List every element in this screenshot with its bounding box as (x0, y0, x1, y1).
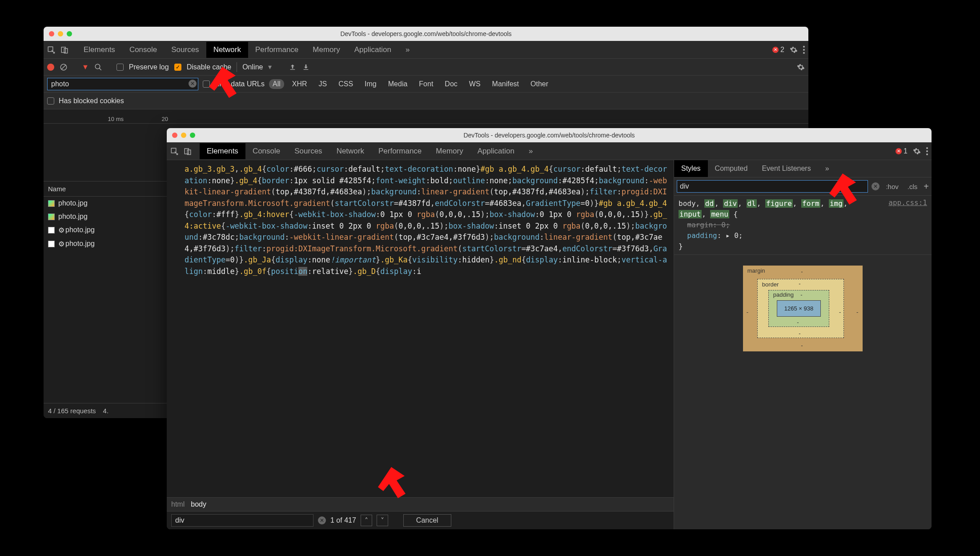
cancel-button[interactable]: Cancel (403, 514, 451, 527)
crumb-body[interactable]: body (191, 500, 206, 508)
margin-right: - (856, 309, 858, 315)
type-chip-xhr[interactable]: XHR (289, 79, 311, 89)
box-model-margin[interactable]: margin - - - - border - - - padding - - (743, 266, 863, 351)
decl-margin: margin: 0; (687, 221, 730, 229)
settings-icon[interactable] (790, 46, 798, 54)
has-blocked-cookies-label: Has blocked cookies (59, 97, 124, 105)
settings-icon[interactable] (913, 147, 921, 155)
styles-tab-listeners[interactable]: Event Listeners (755, 160, 818, 177)
search-icon[interactable] (94, 63, 102, 71)
filter-input[interactable] (47, 78, 198, 90)
devtools-window-elements: DevTools - developers.google.com/web/too… (167, 128, 932, 529)
upload-icon[interactable] (289, 63, 297, 71)
box-model-border[interactable]: border - - - padding - - 1265 × 938 (757, 279, 844, 338)
filter-icon[interactable]: ▼ (82, 63, 89, 71)
styles-filter-input[interactable] (677, 180, 868, 193)
clear-icon[interactable] (60, 63, 68, 71)
find-prev-icon[interactable]: ˄ (361, 515, 372, 526)
transferred-size: 4. (103, 407, 109, 415)
type-chip-img[interactable]: Img (361, 79, 380, 89)
main-tabs: Elements Console Sources Network Perform… (76, 42, 771, 58)
tab-application[interactable]: Application (470, 143, 522, 159)
crumb-html[interactable]: html (171, 500, 185, 508)
box-model-content[interactable]: 1265 × 938 (777, 300, 821, 317)
tab-performance[interactable]: Performance (248, 42, 305, 58)
type-chip-font[interactable]: Font (415, 79, 437, 89)
hov-toggle[interactable]: :hov (883, 182, 901, 191)
tab-sources[interactable]: Sources (164, 42, 206, 58)
source-code[interactable]: a.gb_3.gb_3,.gb_4{color:#666;cursor:defa… (167, 160, 674, 497)
tab-sources[interactable]: Sources (287, 143, 329, 159)
rule-source-link[interactable]: app.css:1 (888, 198, 927, 207)
tab-network[interactable]: Network (329, 143, 371, 159)
throttling-select[interactable]: Online (242, 63, 263, 71)
find-status: 1 of 417 (330, 516, 356, 524)
box-model: margin - - - - border - - - padding - - (674, 255, 932, 369)
type-chip-doc[interactable]: Doc (441, 79, 461, 89)
tab-elements[interactable]: Elements (76, 42, 122, 58)
kebab-menu-icon[interactable] (803, 46, 805, 54)
network-toolbar: ▼ Preserve log Disable cache Online ▾ (44, 59, 808, 76)
download-icon[interactable] (302, 63, 310, 71)
padding-label: padding (773, 291, 794, 298)
chevron-down-icon[interactable]: ▾ (268, 63, 272, 71)
device-toolbar-icon[interactable] (184, 147, 192, 155)
inspect-icon[interactable] (47, 46, 55, 54)
find-bar: ✕ 1 of 417 ˄ ˅ Cancel (167, 511, 674, 529)
record-button-icon[interactable] (47, 64, 54, 71)
error-count: 2 (780, 46, 784, 54)
tabs-overflow-icon[interactable]: » (398, 42, 417, 58)
cls-toggle[interactable]: .cls (905, 182, 920, 191)
has-blocked-cookies-checkbox[interactable] (47, 97, 54, 105)
styles-tab-computed[interactable]: Computed (708, 160, 755, 177)
margin-left: - (747, 309, 748, 315)
tab-memory[interactable]: Memory (429, 143, 470, 159)
tab-console[interactable]: Console (245, 143, 287, 159)
elements-body: a.gb_3.gb_3,.gb_4{color:#666;cursor:defa… (167, 160, 932, 529)
main-tabbar: Elements Console Sources Network Perform… (167, 142, 932, 160)
tabs-overflow-icon[interactable]: » (522, 143, 540, 159)
type-chip-all[interactable]: All (269, 79, 284, 89)
type-chip-media[interactable]: Media (385, 79, 411, 89)
hide-data-urls-label: Hide data URLs (214, 80, 265, 88)
styles-tabs-overflow-icon[interactable]: » (818, 160, 836, 177)
breadcrumb: html body (167, 497, 674, 511)
find-input[interactable] (171, 514, 313, 527)
find-next-icon[interactable]: ˅ (377, 515, 388, 526)
new-style-rule-icon[interactable]: + (924, 181, 929, 192)
error-badge[interactable]: ✕2 (772, 46, 784, 54)
style-rule[interactable]: body, dd, div, dl, figure, form, img, in… (674, 196, 932, 255)
svg-point-5 (95, 64, 100, 69)
styles-tab-styles[interactable]: Styles (674, 160, 708, 177)
margin-top: - (801, 268, 803, 275)
clear-find-icon[interactable]: ✕ (318, 516, 326, 524)
tab-network[interactable]: Network (206, 42, 248, 58)
error-badge[interactable]: ✕1 (896, 147, 908, 155)
hide-data-urls-checkbox[interactable] (203, 81, 210, 88)
box-model-padding[interactable]: padding - - 1265 × 938 (768, 290, 829, 327)
device-toolbar-icon[interactable] (60, 46, 68, 54)
timeline-row: 10 ms 20 (44, 109, 808, 124)
type-chip-css[interactable]: CSS (335, 79, 357, 89)
type-chip-other[interactable]: Other (527, 79, 552, 89)
styles-filter-row: ✕ :hov .cls + (674, 177, 932, 196)
preserve-log-checkbox[interactable] (116, 64, 124, 71)
settings-icon[interactable] (797, 63, 805, 71)
type-chip-ws[interactable]: WS (466, 79, 484, 89)
main-tabs: Elements Console Sources Network Perform… (200, 143, 895, 159)
tab-performance[interactable]: Performance (371, 143, 429, 159)
tab-memory[interactable]: Memory (305, 42, 347, 58)
kebab-menu-icon[interactable] (926, 147, 928, 155)
tab-console[interactable]: Console (122, 42, 164, 58)
clear-filter-icon[interactable]: ✕ (189, 80, 197, 88)
type-chip-manifest[interactable]: Manifest (489, 79, 522, 89)
type-chip-js[interactable]: JS (315, 79, 331, 89)
tab-application[interactable]: Application (347, 42, 398, 58)
disable-cache-checkbox[interactable] (174, 64, 181, 71)
styles-panel: Styles Computed Event Listeners » ✕ :hov… (674, 160, 932, 529)
svg-rect-8 (185, 149, 189, 154)
tab-elements[interactable]: Elements (200, 143, 245, 159)
inspect-icon[interactable] (170, 147, 178, 155)
preserve-log-label: Preserve log (129, 63, 169, 71)
clear-styles-filter-icon[interactable]: ✕ (872, 182, 880, 190)
